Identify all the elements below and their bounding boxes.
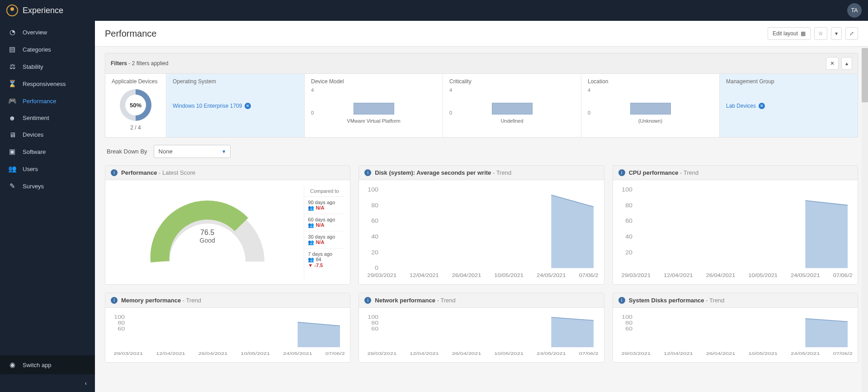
sidebar-item-sentiment[interactable]: ☻Sentiment bbox=[0, 110, 95, 126]
cmp-val: 84 bbox=[316, 257, 321, 262]
compared-label: Compared to bbox=[304, 186, 344, 197]
svg-text:07/06/2021: 07/06/2021 bbox=[833, 272, 852, 278]
svg-text:10/05/2021: 10/05/2021 bbox=[495, 351, 524, 356]
breakdown-select[interactable]: None ▾ bbox=[154, 145, 231, 158]
switch-app-label: Switch app bbox=[23, 362, 52, 368]
cr-bar bbox=[492, 103, 533, 115]
filters-label: Filters bbox=[111, 60, 127, 67]
info-icon[interactable]: i bbox=[111, 297, 118, 304]
svg-text:29/03/2021: 29/03/2021 bbox=[368, 272, 397, 278]
filter-criticality[interactable]: Criticality 4 0 Undefined bbox=[443, 74, 581, 137]
stability-icon: ⚖ bbox=[8, 62, 16, 71]
card-network: i Network performance - Trend 608010029/… bbox=[359, 293, 604, 363]
sidebar-item-performance[interactable]: 🎮Performance bbox=[0, 92, 95, 110]
sidebar-item-stability[interactable]: ⚖Stability bbox=[0, 58, 95, 75]
svg-text:20: 20 bbox=[625, 249, 632, 256]
cr-label: Undefined bbox=[449, 118, 575, 124]
mgmt-chip: Lab Devices ✕ bbox=[726, 103, 765, 109]
info-icon[interactable]: i bbox=[111, 169, 118, 176]
filter-management-group[interactable]: Management Group Lab Devices ✕ bbox=[720, 74, 858, 137]
sidebar-item-users[interactable]: 👥Users bbox=[0, 160, 95, 177]
edit-layout-button[interactable]: Edit layout ▦ bbox=[768, 27, 811, 40]
mgmt-chip-remove[interactable]: ✕ bbox=[759, 103, 765, 109]
devices-icon: 🖥 bbox=[8, 131, 16, 139]
sidebar-item-responsiveness[interactable]: ⌛Responsiveness bbox=[0, 75, 95, 92]
dm-ymax: 4 bbox=[311, 87, 314, 93]
sidebar-item-label: Sentiment bbox=[23, 115, 49, 121]
cr-ymin: 0 bbox=[449, 110, 452, 115]
info-icon[interactable]: i bbox=[618, 169, 625, 176]
sidebar-item-categories[interactable]: ▤Categories bbox=[0, 41, 95, 58]
clear-filters-button[interactable]: ✕ bbox=[826, 57, 839, 70]
info-icon[interactable]: i bbox=[618, 297, 625, 304]
chevron-down-icon: ▾ bbox=[222, 148, 226, 155]
svg-text:07/06/2021: 07/06/2021 bbox=[326, 351, 345, 356]
location-title: Location bbox=[588, 78, 713, 85]
cmp-val: N/A bbox=[316, 205, 324, 210]
os-chip-remove[interactable]: ✕ bbox=[245, 103, 251, 109]
sidebar-item-label: Responsiveness bbox=[23, 81, 66, 87]
cmp-delta: -7.5 bbox=[314, 263, 323, 268]
filter-device-model[interactable]: Device Model 4 0 VMware Virtual Platform bbox=[305, 74, 443, 137]
sidebar-item-label: Overview bbox=[23, 29, 47, 36]
performance-icon: 🎮 bbox=[8, 97, 16, 105]
switch-app[interactable]: ◉ Switch app bbox=[0, 355, 95, 374]
scrollbar-thumb[interactable] bbox=[862, 48, 868, 102]
trend-chart: 608010029/03/202112/04/202126/04/202110/… bbox=[613, 308, 858, 362]
svg-text:10/05/2021: 10/05/2021 bbox=[241, 351, 270, 356]
sidebar-collapse[interactable]: ‹ bbox=[0, 374, 95, 392]
filter-applicable-devices[interactable]: Applicable Devices 50% 2 / 4 bbox=[105, 74, 166, 137]
applicable-donut: 50% bbox=[120, 89, 151, 121]
sidebar-item-software[interactable]: ▣Software bbox=[0, 143, 95, 160]
scrollbar[interactable] bbox=[862, 48, 868, 392]
sidebar-item-surveys[interactable]: ✎Surveys bbox=[0, 177, 95, 195]
svg-text:100: 100 bbox=[114, 314, 125, 320]
card-suffix: - Trend bbox=[183, 297, 201, 304]
grid-icon: ▦ bbox=[801, 30, 806, 37]
collapse-filters-button[interactable]: ▴ bbox=[841, 57, 852, 70]
sidebar-item-devices[interactable]: 🖥Devices bbox=[0, 126, 95, 143]
device-model-title: Device Model bbox=[311, 78, 436, 85]
svg-text:60: 60 bbox=[625, 218, 632, 224]
cards-grid: i Performance - Latest Score 76.5 Good bbox=[105, 165, 858, 363]
filters-bar: Filters - 2 filters applied ✕ ▴ bbox=[105, 53, 858, 74]
brand: Experience bbox=[6, 5, 63, 16]
sentiment-icon: ☻ bbox=[8, 114, 16, 122]
svg-text:0: 0 bbox=[375, 265, 378, 272]
applicable-sub: 2 / 4 bbox=[130, 124, 141, 131]
svg-text:60: 60 bbox=[372, 218, 379, 224]
filter-location[interactable]: Location 4 0 (Unknown) bbox=[581, 74, 720, 137]
compare-row: 7 days ago👥 84▼ -7.5 bbox=[304, 249, 344, 271]
edit-layout-label: Edit layout bbox=[773, 30, 798, 37]
svg-text:26/04/2021: 26/04/2021 bbox=[706, 351, 735, 356]
breakdown-label: Break Down By bbox=[107, 148, 147, 155]
compare-row: 60 days ago👥 N/A bbox=[304, 214, 344, 231]
svg-text:24/05/2021: 24/05/2021 bbox=[791, 272, 820, 278]
svg-text:100: 100 bbox=[622, 186, 632, 193]
svg-text:07/06/2021: 07/06/2021 bbox=[579, 351, 599, 356]
breakdown-value: None bbox=[159, 148, 173, 155]
cmp-arrow-icon: ▼ bbox=[308, 263, 313, 268]
avatar[interactable]: TA bbox=[847, 3, 862, 18]
info-icon[interactable]: i bbox=[364, 297, 371, 304]
sidebar-item-overview[interactable]: ◔Overview bbox=[0, 24, 95, 41]
expand-button[interactable]: ⤢ bbox=[845, 27, 858, 40]
svg-text:10/05/2021: 10/05/2021 bbox=[748, 351, 778, 356]
breakdown-row: Break Down By None ▾ bbox=[105, 138, 858, 165]
svg-text:07/06/2021: 07/06/2021 bbox=[833, 351, 852, 356]
sidebar-item-label: Stability bbox=[23, 63, 43, 70]
svg-text:29/03/2021: 29/03/2021 bbox=[621, 272, 651, 278]
dm-ymin: 0 bbox=[311, 110, 314, 115]
svg-text:80: 80 bbox=[625, 320, 632, 326]
svg-text:80: 80 bbox=[372, 202, 379, 209]
filter-operating-system[interactable]: Operating System Windows 10 Enterprise 1… bbox=[166, 74, 305, 137]
svg-text:40: 40 bbox=[625, 234, 632, 240]
cmp-title: 7 days ago bbox=[308, 251, 341, 257]
favorite-button[interactable]: ☆ bbox=[814, 27, 827, 40]
info-icon[interactable]: i bbox=[364, 169, 371, 176]
brand-icon bbox=[6, 5, 18, 16]
favorite-dropdown[interactable]: ▾ bbox=[831, 27, 842, 40]
filters-applied: 2 filters applied bbox=[132, 60, 169, 67]
svg-text:12/04/2021: 12/04/2021 bbox=[410, 272, 439, 278]
close-icon: ✕ bbox=[830, 60, 835, 67]
